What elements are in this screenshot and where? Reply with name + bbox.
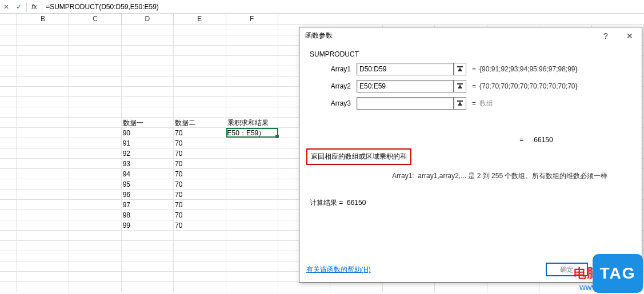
cell[interactable] [69,251,121,261]
cell[interactable] [69,56,121,66]
ok-button[interactable]: 确定 [546,263,588,276]
cell[interactable] [122,251,174,261]
cell[interactable] [122,25,174,35]
cell[interactable] [174,46,226,55]
cell[interactable] [226,107,278,117]
cell[interactable] [226,159,278,168]
col-header[interactable]: D [122,14,174,25]
cell[interactable] [226,241,278,251]
collapse-dialog-button[interactable] [454,80,466,92]
cell[interactable] [69,231,121,240]
cell[interactable]: 70 [174,210,226,220]
cell[interactable] [17,159,69,168]
cell[interactable] [69,35,121,45]
cell[interactable] [17,179,69,189]
cell[interactable] [278,282,330,292]
cell[interactable] [487,282,539,292]
col-header[interactable]: E [174,14,226,25]
cell[interactable] [17,35,69,45]
cell[interactable] [122,87,174,96]
cell[interactable]: 70 [174,159,226,168]
cell[interactable] [17,76,69,86]
cell[interactable] [122,107,174,117]
collapse-dialog-button[interactable] [454,97,466,110]
cell[interactable] [69,261,121,271]
cell[interactable] [174,25,226,35]
cell[interactable] [69,169,121,179]
cell[interactable] [69,76,121,86]
cell[interactable] [226,87,278,96]
cell[interactable] [17,148,69,158]
cell[interactable] [174,282,226,292]
argument-input[interactable] [357,97,454,110]
cell[interactable]: 92 [122,148,174,158]
argument-input[interactable] [357,80,454,92]
cell[interactable] [17,66,69,76]
cell[interactable]: 70 [174,220,226,230]
cell[interactable] [226,138,278,148]
cell[interactable] [226,46,278,55]
cell[interactable]: 91 [122,138,174,148]
cell[interactable] [226,35,278,45]
cell[interactable] [226,179,278,189]
cell[interactable] [174,56,226,66]
cell[interactable] [17,128,69,138]
cell[interactable] [174,272,226,281]
cell[interactable] [226,169,278,179]
cell[interactable]: 70 [174,190,226,199]
col-header[interactable]: F [226,14,278,25]
cell[interactable] [122,272,174,281]
cell[interactable] [17,190,69,199]
cell[interactable] [226,220,278,230]
cell[interactable] [69,190,121,199]
cell[interactable]: 70 [174,148,226,158]
cell[interactable] [69,200,121,210]
cell[interactable] [226,56,278,66]
cell[interactable] [122,231,174,240]
dialog-close-button[interactable]: ✕ [618,28,642,44]
cell[interactable] [226,25,278,35]
cell[interactable] [17,97,69,107]
cell[interactable] [69,107,121,117]
cell[interactable] [226,251,278,261]
cell[interactable] [17,272,69,281]
cell[interactable] [69,159,121,168]
cell[interactable]: 95 [122,179,174,189]
cell[interactable] [17,46,69,55]
cell[interactable] [226,97,278,107]
cell[interactable] [17,25,69,35]
cell[interactable] [383,282,435,292]
cell[interactable] [17,118,69,127]
cell[interactable] [226,231,278,240]
cell[interactable] [17,138,69,148]
cell[interactable] [69,138,121,148]
cell[interactable] [17,220,69,230]
cell[interactable] [69,46,121,55]
fx-button[interactable]: fx [31,2,37,11]
cell[interactable] [226,210,278,220]
cell[interactable] [122,97,174,107]
cell[interactable]: 乘积求和结果 [226,118,278,127]
cell[interactable] [69,241,121,251]
cell[interactable] [226,190,278,199]
cell[interactable] [69,25,121,35]
cell[interactable] [69,66,121,76]
cell[interactable]: 94 [122,169,174,179]
cell[interactable] [17,169,69,179]
cell[interactable] [226,282,278,292]
cell[interactable]: 数据二 [174,118,226,127]
cell[interactable]: 70 [174,138,226,148]
cell[interactable]: 70 [174,179,226,189]
cell[interactable] [17,251,69,261]
cell[interactable]: 99 [122,220,174,230]
cell[interactable] [435,282,487,292]
formula-cancel-button[interactable]: ✕ [0,1,13,13]
cell[interactable] [69,128,121,138]
cell[interactable] [330,282,382,292]
cell[interactable] [174,231,226,240]
formula-accept-button[interactable]: ✓ [13,1,25,13]
cell[interactable] [17,241,69,251]
formula-input[interactable] [43,3,644,11]
cell[interactable] [69,87,121,96]
cell[interactable] [122,76,174,86]
